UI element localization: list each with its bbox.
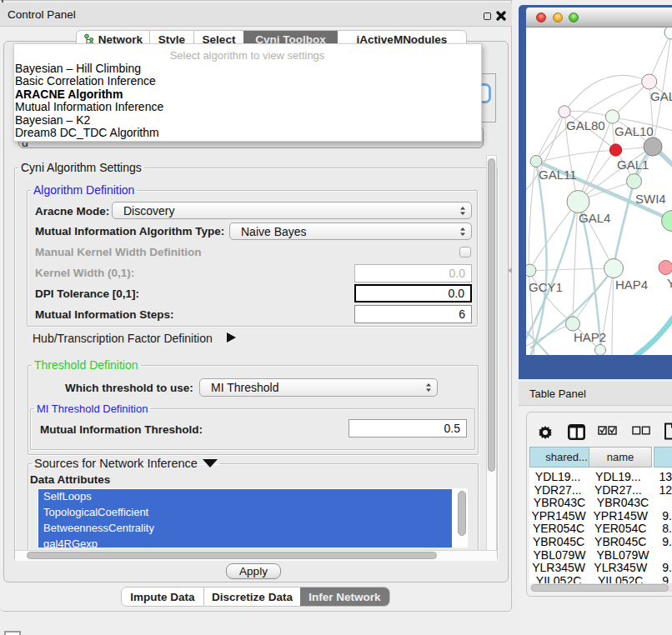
svg-text:GAL80: GAL80 <box>566 118 605 132</box>
svg-text:GAL2: GAL2 <box>650 89 672 103</box>
svg-text:GAL10: GAL10 <box>614 124 654 138</box>
svg-text:SWI4: SWI4 <box>635 192 666 206</box>
svg-text:GAL1: GAL1 <box>617 158 649 172</box>
svg-text:GCY1: GCY1 <box>529 280 563 294</box>
svg-text:HAP2: HAP2 <box>574 330 606 344</box>
svg-text:Y: Y <box>667 276 672 290</box>
svg-text:HAP4: HAP4 <box>615 278 648 292</box>
svg-text:GAL11: GAL11 <box>539 168 577 182</box>
svg-text:GAL4: GAL4 <box>579 211 610 225</box>
